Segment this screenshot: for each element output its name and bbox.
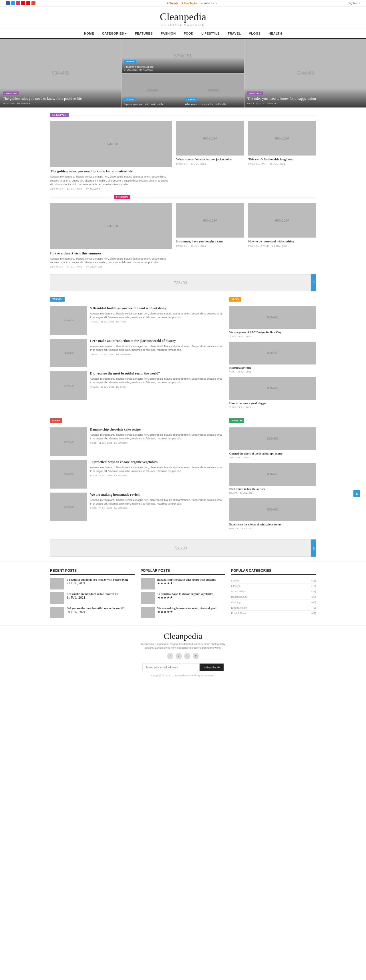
search-trigger[interactable]: 🔍 Search bbox=[348, 2, 360, 5]
lifestyle-side3-article[interactable]: 690x1024 Is summer, have you bought a ca… bbox=[176, 203, 244, 269]
nav-categories[interactable]: Categories bbox=[98, 29, 131, 38]
travel-article-3-img: 800x800 bbox=[50, 371, 87, 400]
ad-banner-1-side[interactable]: AD bbox=[311, 274, 316, 291]
lifestyle-badge: Lifestyle bbox=[50, 113, 68, 117]
hero-center-bottom-right[interactable]: 800x598 Travel What you need to know for… bbox=[183, 73, 244, 108]
lifestyle-main-article[interactable]: 1024x550 The golden rules you need to kn… bbox=[50, 121, 172, 190]
footer-facebook-icon[interactable]: f bbox=[167, 653, 173, 659]
site-logo[interactable]: Cleanpedia bbox=[0, 11, 366, 23]
footer-twitter-icon[interactable]: t bbox=[175, 653, 182, 659]
write-for-us-link[interactable]: ✦ Write for us bbox=[201, 2, 217, 5]
google-plus-icon[interactable] bbox=[32, 1, 35, 5]
nav-lifestyle[interactable]: Lifestyle bbox=[197, 29, 224, 38]
food-divider bbox=[65, 421, 224, 421]
popular-post-1[interactable]: Banana-chip chocolate cake recipe with c… bbox=[141, 578, 226, 590]
food-article-2[interactable]: 800x800 10 practical ways to choose orga… bbox=[50, 460, 224, 488]
category-health[interactable]: Health Beauty(22) bbox=[231, 594, 316, 600]
travel-article-2[interactable]: 800x800 Let's make an introduction to th… bbox=[50, 339, 224, 368]
lifestyle-main-meta: LIFESTYLE 24 JUL, 2021 BY AMANDA bbox=[50, 188, 172, 190]
nav-travel[interactable]: Travel bbox=[224, 29, 245, 38]
vlog-article-2-img: 800x460 bbox=[229, 342, 316, 364]
health-article-2[interactable]: 800x460 2021 trends in health tourism HE… bbox=[229, 463, 316, 494]
facebook-icon[interactable] bbox=[6, 1, 10, 5]
subscribe-button[interactable]: Subscribe ✉ bbox=[200, 663, 224, 671]
lifestyle-main-img: 1024x550 bbox=[50, 121, 172, 167]
hero-section: 534x468 Lifestyle The golden rules you n… bbox=[0, 39, 366, 108]
popular-post-1-text: Banana-chip chocolate cake recipe with c… bbox=[157, 578, 216, 585]
ad-banner-2-side[interactable]: AD bbox=[311, 539, 316, 557]
footer-description: Cleanpedia is a personal blog for handcr… bbox=[140, 643, 226, 650]
recent-post-2[interactable]: Let's make an introduction for creative … bbox=[50, 592, 135, 604]
vlog-article-3-title: How to become a good vlogger bbox=[229, 401, 316, 405]
vlog-article-2[interactable]: 800x460 Nostalgia at work VLOG 26 JUL, 2… bbox=[229, 342, 316, 373]
recent-post-2-title: Let's make an introduction for creative … bbox=[67, 592, 119, 595]
category-fashion[interactable]: Fashion(21) bbox=[231, 578, 316, 584]
category-lifestyle[interactable]: Lifestyle(13) bbox=[231, 584, 316, 589]
instagram-icon[interactable] bbox=[16, 1, 20, 5]
scroll-top-button[interactable]: ▲ bbox=[353, 490, 360, 497]
hero-center-bottom-left[interactable]: 800x598 Travel Separate your place with … bbox=[122, 73, 183, 108]
category-food[interactable]: Food & Drink(87) bbox=[231, 611, 316, 616]
recent-post-2-date: 11 JUL, 2021 bbox=[67, 595, 119, 600]
lifestyle-side4-article[interactable]: 690x1024 How to be more cool with clothi… bbox=[248, 203, 316, 269]
food-article-1[interactable]: 800x800 Banana-chip chocolate cake recip… bbox=[50, 427, 224, 456]
nav-home[interactable]: Home bbox=[80, 29, 98, 38]
food-article-2-img: 800x800 bbox=[50, 460, 87, 488]
health-article-1[interactable]: 800x460 Opened the doors of the Istanbul… bbox=[229, 427, 316, 459]
pinterest-icon[interactable] bbox=[21, 1, 25, 5]
trending-link[interactable]: ✦ Trends bbox=[166, 2, 178, 5]
vlog-article-3[interactable]: 800x460 How to become a good vlogger VLO… bbox=[229, 377, 316, 409]
hero-left[interactable]: 534x468 Lifestyle The golden rules you n… bbox=[0, 39, 121, 108]
recent-post-1-thumb bbox=[50, 578, 64, 590]
food-health-section: Food 800x800 Banana-chip chocolate cake … bbox=[50, 418, 316, 534]
travel-badge: Travel bbox=[50, 297, 65, 302]
health-article-3[interactable]: 800x460 Experience the effects of miracu… bbox=[229, 498, 316, 530]
hero-right[interactable]: 534x468 Lifestyle The rules you need to … bbox=[245, 39, 366, 108]
popular-post-3[interactable]: We are making homemade ravioli, nice and… bbox=[141, 607, 226, 618]
ad-banner-2: 728x90 AD bbox=[50, 539, 316, 557]
popular-post-2[interactable]: 10 practical ways to choose organic vege… bbox=[141, 592, 226, 604]
lifestyle-side2-article[interactable]: 690x1024 This year's fashionable long be… bbox=[248, 121, 316, 190]
travel-vlog-section: Travel 800x800 5 Beautiful buildings you… bbox=[50, 297, 316, 412]
lifestyle-grid-row2: 1024x550 I have a desert visit this summ… bbox=[50, 203, 316, 269]
nav-features[interactable]: Features bbox=[131, 29, 157, 38]
footer-pinterest-icon[interactable]: P bbox=[193, 653, 199, 659]
vlog-article-1[interactable]: 800x460 We are guests of ABC Design Stud… bbox=[229, 306, 316, 337]
hero-center-top[interactable]: 533x261 Travel 5 places you should see 2… bbox=[122, 39, 243, 73]
health-article-3-meta: BEAUTY 26 JUL, 2021 bbox=[229, 527, 316, 530]
lifestyle-section-header: Lifestyle bbox=[50, 113, 316, 118]
lifestyle-main2-article[interactable]: 1024x550 I have a desert visit this summ… bbox=[50, 203, 172, 269]
travel-article-3[interactable]: 800x800 Did you see the most beautiful s… bbox=[50, 371, 224, 400]
fashion-section-header: Fashion bbox=[50, 195, 316, 200]
nav-fashion[interactable]: Fashion bbox=[157, 29, 180, 38]
category-clothing[interactable]: Clothing(66) bbox=[231, 600, 316, 605]
hot-topics-link[interactable]: ✦ Hot Topics bbox=[181, 2, 197, 5]
category-entertainment[interactable]: Entertainment(2) bbox=[231, 605, 316, 611]
nav-food[interactable]: Food bbox=[180, 29, 197, 38]
nav-health[interactable]: Health bbox=[264, 29, 286, 38]
health-article-2-img: 800x460 bbox=[229, 463, 316, 486]
recent-post-1[interactable]: 5 Beautiful buildings you need to visit … bbox=[50, 578, 135, 590]
footer-google-icon[interactable]: G+ bbox=[184, 653, 191, 659]
newsletter-input[interactable] bbox=[142, 663, 200, 671]
food-article-3[interactable]: 800x800 We are making homemade ravioli A… bbox=[50, 493, 224, 521]
lifestyle-side1-article[interactable]: 690x1024 What is your favorite leather j… bbox=[176, 121, 244, 190]
footer-social-icons: f t G+ P bbox=[0, 653, 366, 659]
hero-center-bottom: 800x598 Travel Separate your place with … bbox=[122, 73, 243, 108]
youtube-icon[interactable] bbox=[26, 1, 30, 5]
travel-article-1[interactable]: 800x800 5 Beautiful buildings you need t… bbox=[50, 306, 224, 335]
hero-left-badge: Lifestyle bbox=[3, 91, 19, 95]
site-tagline: LIFESTYLE MAGAZINE bbox=[0, 24, 366, 26]
health-section-header: Health bbox=[229, 418, 316, 424]
lifestyle-main2-title: I have a desert visit this summer bbox=[50, 251, 172, 256]
recent-posts-title: Recent Posts bbox=[50, 569, 135, 574]
lifestyle-side4-img: 690x1024 bbox=[248, 203, 316, 237]
lifestyle-side2-title: This year's fashionable long beard bbox=[248, 157, 316, 162]
twitter-icon[interactable] bbox=[11, 1, 15, 5]
recent-post-3-date: 29 JUL, 2021 bbox=[67, 610, 125, 614]
category-art[interactable]: Art & Design(31) bbox=[231, 589, 316, 594]
lifestyle-main2-excerpt: Aenean interdum arcu blandit, vehicula m… bbox=[50, 257, 172, 265]
nav-vlogs[interactable]: Vlogs bbox=[245, 29, 264, 38]
popular-post-1-title: Banana-chip chocolate cake recipe with c… bbox=[157, 578, 216, 581]
recent-post-3[interactable]: Did you see the most beautiful sea in th… bbox=[50, 607, 135, 618]
